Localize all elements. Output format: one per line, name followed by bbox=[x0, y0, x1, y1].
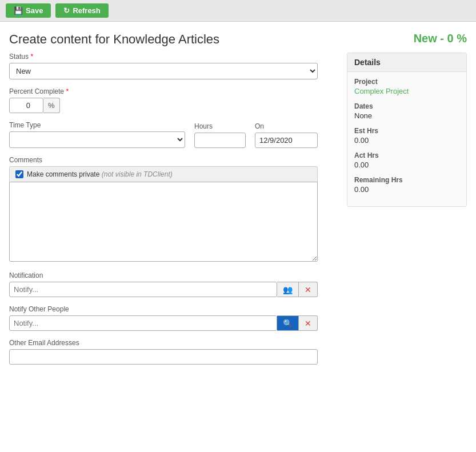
notify-search-button[interactable]: 🔍 bbox=[277, 315, 299, 331]
save-icon: 💾 bbox=[14, 6, 23, 15]
clear-icon: ✕ bbox=[305, 285, 311, 294]
comments-private-bar: Make comments private (not visible in TD… bbox=[9, 166, 318, 182]
project-value[interactable]: Complex Project bbox=[354, 87, 459, 95]
est-hrs-detail: Est Hrs 0.00 bbox=[354, 127, 459, 145]
notify-other-input[interactable] bbox=[9, 315, 277, 331]
notify-other-group: Notify Other People 🔍 ✕ bbox=[9, 305, 338, 331]
notification-group: Notification 👥 ✕ bbox=[9, 271, 338, 297]
notification-label: Notification bbox=[9, 271, 338, 279]
notify-clear-button[interactable]: ✕ bbox=[299, 282, 318, 297]
remaining-hrs-value: 0.00 bbox=[354, 185, 459, 194]
hours-label: Hours bbox=[194, 122, 246, 130]
remaining-hrs-detail: Remaining Hrs 0.00 bbox=[354, 176, 459, 194]
est-hrs-value: 0.00 bbox=[354, 136, 459, 145]
comments-private-label[interactable]: Make comments private (not visible in TD… bbox=[27, 170, 173, 178]
est-hrs-label: Est Hrs bbox=[354, 127, 459, 135]
hours-group: Hours bbox=[194, 122, 246, 148]
time-row: Time Type Hours On bbox=[9, 121, 318, 148]
status-select[interactable]: New In Progress Completed Cancelled bbox=[9, 63, 318, 79]
percent-required: * bbox=[66, 87, 69, 95]
dates-label: Dates bbox=[354, 102, 459, 110]
comments-private-note: (not visible in TDClient) bbox=[102, 170, 173, 178]
percent-unit: % bbox=[43, 98, 60, 113]
time-type-label: Time Type bbox=[9, 121, 185, 129]
people-icon: 👥 bbox=[283, 285, 293, 294]
notify-input-row: 👥 ✕ bbox=[9, 282, 318, 297]
other-email-label: Other Email Addresses bbox=[9, 339, 338, 347]
remaining-hrs-label: Remaining Hrs bbox=[354, 176, 459, 184]
time-type-select[interactable] bbox=[9, 131, 185, 148]
other-email-group: Other Email Addresses bbox=[9, 339, 338, 365]
main-layout: Status * New In Progress Completed Cance… bbox=[0, 53, 476, 373]
toolbar: 💾 Save ↻ Refresh bbox=[0, 0, 476, 22]
time-type-group: Time Type bbox=[9, 121, 185, 148]
form-area: Status * New In Progress Completed Cance… bbox=[9, 53, 338, 373]
project-label: Project bbox=[354, 78, 459, 86]
percent-label: Percent Complete * bbox=[9, 87, 338, 95]
on-group: On bbox=[255, 122, 318, 148]
notify-other-label: Notify Other People bbox=[9, 305, 338, 313]
act-hrs-detail: Act Hrs 0.00 bbox=[354, 151, 459, 169]
on-label: On bbox=[255, 122, 318, 130]
notify-people-button[interactable]: 👥 bbox=[277, 282, 299, 297]
sidebar: Details Project Complex Project Dates No… bbox=[347, 53, 467, 373]
time-row-group: Time Type Hours On bbox=[9, 121, 338, 148]
dates-detail: Dates None bbox=[354, 102, 459, 120]
percent-field-group: Percent Complete * % bbox=[9, 87, 338, 113]
clear-icon: ✕ bbox=[305, 319, 311, 328]
save-button[interactable]: 💾 Save bbox=[6, 3, 51, 18]
other-email-input[interactable] bbox=[9, 349, 318, 365]
project-detail: Project Complex Project bbox=[354, 78, 459, 95]
act-hrs-value: 0.00 bbox=[354, 161, 459, 169]
status-field-group: Status * New In Progress Completed Cance… bbox=[9, 53, 338, 79]
details-header: Details bbox=[347, 53, 466, 72]
details-body: Project Complex Project Dates None Est H… bbox=[347, 72, 466, 206]
act-hrs-label: Act Hrs bbox=[354, 151, 459, 159]
status-required: * bbox=[30, 53, 33, 61]
percent-input[interactable] bbox=[9, 98, 43, 113]
hours-input[interactable] bbox=[194, 133, 246, 148]
comments-label: Comments bbox=[9, 156, 338, 164]
details-panel: Details Project Complex Project Dates No… bbox=[347, 53, 467, 207]
private-checkbox[interactable] bbox=[15, 170, 23, 178]
notify-other-clear-button[interactable]: ✕ bbox=[299, 315, 318, 331]
refresh-icon: ↻ bbox=[63, 6, 70, 15]
page-title: Create content for Knowledge Articles bbox=[9, 32, 219, 47]
comments-textarea[interactable] bbox=[9, 182, 318, 262]
percent-row: % bbox=[9, 98, 338, 113]
refresh-button[interactable]: ↻ Refresh bbox=[55, 3, 108, 18]
comments-section: Comments Make comments private (not visi… bbox=[9, 156, 338, 263]
notify-input[interactable] bbox=[9, 282, 277, 297]
dates-value: None bbox=[354, 111, 459, 120]
notify-other-input-row: 🔍 ✕ bbox=[9, 315, 318, 331]
status-badge: New - 0 % bbox=[414, 32, 467, 45]
page-header: Create content for Knowledge Articles Ne… bbox=[0, 22, 476, 53]
search-icon: 🔍 bbox=[283, 319, 293, 328]
on-date-input[interactable] bbox=[255, 133, 318, 148]
status-label: Status * bbox=[9, 53, 338, 61]
